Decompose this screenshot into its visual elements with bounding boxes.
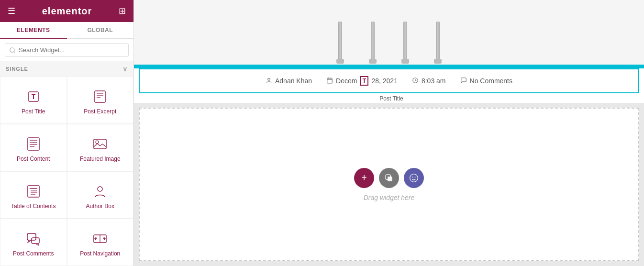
grid-icon[interactable]: ⊞: [119, 6, 126, 16]
drag-widget-label: Drag widget here: [364, 194, 415, 201]
post-title-icon: T: [25, 88, 42, 105]
app-logo: elementor: [42, 6, 92, 17]
svg-rect-24: [327, 78, 333, 83]
search-input[interactable]: [5, 43, 129, 57]
post-time-value: 8:03 am: [422, 77, 446, 85]
widget-post-excerpt-label: Post Excerpt: [84, 108, 116, 115]
svg-point-32: [412, 177, 413, 177]
chair-leg-left: [338, 22, 342, 60]
clock-icon: [412, 77, 419, 85]
section-label: SINGLE: [6, 66, 28, 72]
chevron-down-icon: ∨: [122, 65, 128, 73]
widget-post-title-label: Post Title: [22, 108, 45, 115]
cyan-separator-bar: [134, 65, 644, 68]
widget-post-navigation[interactable]: Post Navigation: [67, 219, 134, 266]
widget-grid: T Post Title Post Excerpt: [0, 77, 133, 266]
post-date-item: Decem T 28, 2021: [326, 76, 398, 86]
post-navigation-icon: [91, 230, 109, 247]
post-excerpt-icon: [91, 88, 109, 105]
hamburger-icon[interactable]: ☰: [8, 6, 15, 16]
widget-author-box-label: Author Box: [86, 203, 114, 210]
toc-icon: [25, 183, 42, 200]
svg-rect-20: [32, 238, 39, 244]
widget-toc[interactable]: Table of Contents: [0, 171, 67, 219]
svg-rect-2: [95, 91, 105, 102]
widget-featured-image-label: Featured Image: [80, 155, 121, 162]
post-title-label: Post Title: [139, 93, 644, 103]
post-date-suffix: 28, 2021: [371, 77, 398, 85]
widget-toc-label: Table of Contents: [11, 203, 56, 210]
calendar-icon: [326, 77, 333, 85]
drag-widget-area[interactable]: + Drag widget here: [139, 108, 639, 261]
post-meta-section: Adnan Khan Decem T 28, 2021: [134, 68, 644, 103]
post-content-icon: [25, 135, 42, 153]
copy-widget-button[interactable]: [379, 168, 399, 188]
emoji-widget-button[interactable]: [404, 168, 424, 188]
widget-post-content[interactable]: Post Content: [0, 124, 67, 171]
canvas-image-area: [134, 0, 644, 65]
svg-point-23: [268, 78, 270, 80]
author-icon: [266, 77, 272, 85]
top-bar: ☰ elementor ⊞: [0, 0, 133, 22]
post-time-item: 8:03 am: [412, 77, 446, 85]
featured-image-icon: [91, 135, 109, 153]
widget-post-title[interactable]: T Post Title: [0, 77, 67, 124]
svg-point-31: [410, 174, 418, 182]
chair-leg-center-right: [403, 22, 407, 60]
tab-global[interactable]: GLOBAL: [67, 22, 134, 38]
add-widget-button[interactable]: +: [354, 168, 374, 188]
left-panel: ☰ elementor ⊞ ELEMENTS GLOBAL SINGLE ∨ T…: [0, 0, 134, 266]
svg-point-12: [96, 141, 99, 144]
post-meta-bar: Adnan Khan Decem T 28, 2021: [139, 68, 639, 93]
svg-rect-29: [388, 177, 392, 181]
widget-post-navigation-label: Post Navigation: [80, 250, 120, 257]
comment-icon: [460, 77, 467, 85]
post-comments-icon: [25, 230, 42, 247]
widget-post-comments-label: Post Comments: [13, 250, 54, 257]
widget-post-excerpt[interactable]: Post Excerpt: [67, 77, 134, 124]
search-bar: [0, 39, 133, 61]
post-author-name: Adnan Khan: [275, 77, 312, 85]
chair-leg-right: [436, 22, 440, 60]
t-icon-overlay: T: [360, 76, 368, 86]
post-author-item: Adnan Khan: [266, 77, 312, 85]
section-header[interactable]: SINGLE ∨: [0, 61, 133, 77]
chair-leg-center-left: [371, 22, 375, 60]
author-box-icon: [91, 183, 109, 200]
svg-rect-13: [28, 186, 39, 197]
widget-author-box[interactable]: Author Box: [67, 171, 134, 219]
widget-featured-image[interactable]: Featured Image: [67, 124, 134, 171]
tab-elements[interactable]: ELEMENTS: [0, 22, 67, 39]
tabs-row: ELEMENTS GLOBAL: [0, 22, 133, 39]
svg-rect-11: [94, 139, 106, 149]
post-date-prefix: Decem: [336, 77, 357, 85]
svg-point-33: [415, 177, 416, 177]
post-comments-item: No Comments: [460, 77, 512, 85]
svg-rect-6: [28, 138, 39, 150]
svg-text:T: T: [31, 93, 35, 100]
widget-post-content-label: Post Content: [17, 155, 50, 162]
chair-legs-image: [338, 22, 440, 65]
drag-action-buttons: +: [354, 168, 424, 188]
right-canvas: Adnan Khan Decem T 28, 2021: [134, 0, 644, 266]
post-comments-value: No Comments: [470, 77, 512, 85]
svg-point-18: [98, 187, 102, 191]
widget-post-comments[interactable]: Post Comments: [0, 219, 67, 266]
